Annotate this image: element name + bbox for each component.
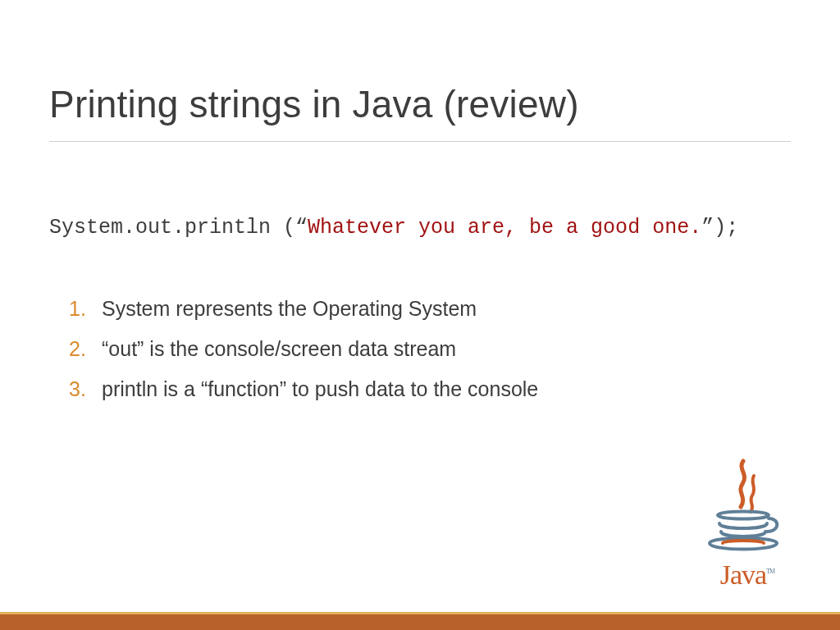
list-item: System represents the Operating System (69, 297, 791, 321)
java-logo: JavaTM (694, 454, 792, 591)
slide: Printing strings in Java (review) System… (0, 0, 840, 630)
code-example: System.out.println (“Whatever you are, b… (49, 216, 791, 240)
numbered-list: System represents the Operating System “… (49, 297, 791, 401)
java-cup-icon (698, 454, 788, 561)
java-tm: TM (766, 568, 774, 575)
slide-title: Printing strings in Java (review) (49, 82, 791, 126)
code-suffix: ”); (701, 216, 738, 240)
java-logo-text: JavaTM (720, 559, 766, 591)
title-divider (49, 141, 791, 142)
list-item: “out” is the console/screen data stream (69, 337, 791, 361)
code-prefix: System.out.println (“ (49, 216, 308, 240)
code-string-literal: Whatever you are, be a good one. (308, 216, 701, 240)
bottom-accent-bar (0, 612, 840, 630)
list-item: println is a “function” to push data to … (69, 377, 791, 401)
java-word: Java (720, 559, 766, 590)
